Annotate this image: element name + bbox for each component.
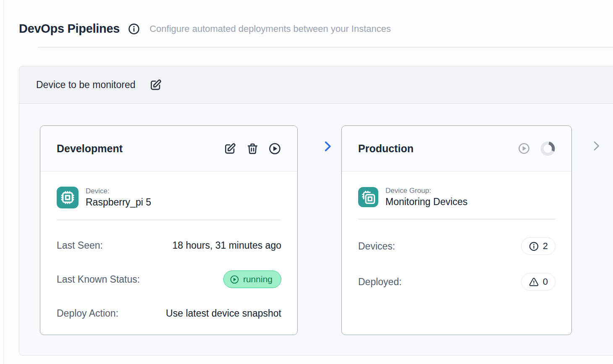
chevron-right-icon[interactable] (589, 139, 603, 153)
production-actions (518, 141, 555, 156)
header-divider (38, 47, 613, 47)
devices-count-pill[interactable]: 2 (521, 237, 555, 255)
deploy-action-row: Deploy Action: Use latest device snapsho… (57, 306, 281, 320)
development-title: Development (57, 143, 123, 155)
trash-icon[interactable] (246, 142, 259, 155)
deployed-row: Deployed: 0 (358, 273, 555, 291)
edit-icon[interactable] (224, 142, 237, 155)
panel-body: Development (19, 104, 613, 355)
deploy-action-label: Deploy Action: (57, 308, 118, 319)
status-badge-text: running (243, 274, 272, 284)
device-group-name: Monitoring Devices (385, 196, 468, 208)
play-icon[interactable] (268, 142, 281, 155)
cpu-chip-icon (57, 187, 79, 208)
status-label: Last Known Status: (57, 274, 140, 285)
panel-header: Device to be monitored (19, 66, 613, 104)
play-icon (230, 275, 239, 284)
loading-spinner-icon (540, 141, 555, 156)
device-row: Device: Raspberry_pi 5 (57, 187, 281, 208)
device-label: Device: (86, 187, 151, 195)
page-header: DevOps Pipelines Configure automated dep… (0, 0, 613, 47)
deployed-label: Deployed: (358, 276, 402, 288)
info-icon (529, 241, 539, 252)
deploy-action-value: Use latest device snapshot (166, 308, 281, 319)
development-card: Development (40, 125, 298, 335)
cpu-chip-group-icon (358, 187, 378, 207)
development-card-header: Development (40, 126, 297, 172)
devices-label: Devices: (358, 241, 395, 252)
edit-icon[interactable] (149, 78, 162, 91)
card-divider (57, 220, 281, 220)
last-seen-label: Last Seen: (57, 240, 103, 251)
production-card-header: Production (342, 126, 571, 172)
play-icon[interactable] (518, 142, 531, 155)
chevron-right-icon[interactable] (320, 139, 335, 153)
deployed-count-pill[interactable]: 0 (521, 273, 555, 291)
device-group-row: Device Group: Monitoring Devices (358, 187, 555, 208)
last-seen-row: Last Seen: 18 hours, 31 minutes ago (57, 238, 281, 252)
warning-triangle-icon (529, 277, 539, 287)
development-actions (224, 142, 281, 155)
panel-title: Device to be monitored (36, 79, 136, 91)
left-border-rule (3, 0, 4, 364)
page-title: DevOps Pipelines (19, 22, 120, 36)
page-subtitle: Configure automated deployments between … (149, 23, 391, 34)
pipeline-panel: Device to be monitored Development (19, 66, 613, 356)
production-card: Production (341, 125, 572, 335)
card-divider (358, 219, 555, 219)
production-title: Production (358, 143, 414, 155)
devices-count: 2 (543, 241, 548, 252)
status-row: Last Known Status: running (57, 270, 281, 288)
last-seen-value: 18 hours, 31 minutes ago (172, 240, 281, 251)
info-icon[interactable] (128, 23, 140, 35)
status-badge: running (223, 270, 281, 288)
device-group-label: Device Group: (385, 187, 468, 195)
devices-row: Devices: 2 (358, 237, 555, 255)
device-name: Raspberry_pi 5 (86, 197, 151, 208)
deployed-count: 0 (543, 276, 548, 287)
